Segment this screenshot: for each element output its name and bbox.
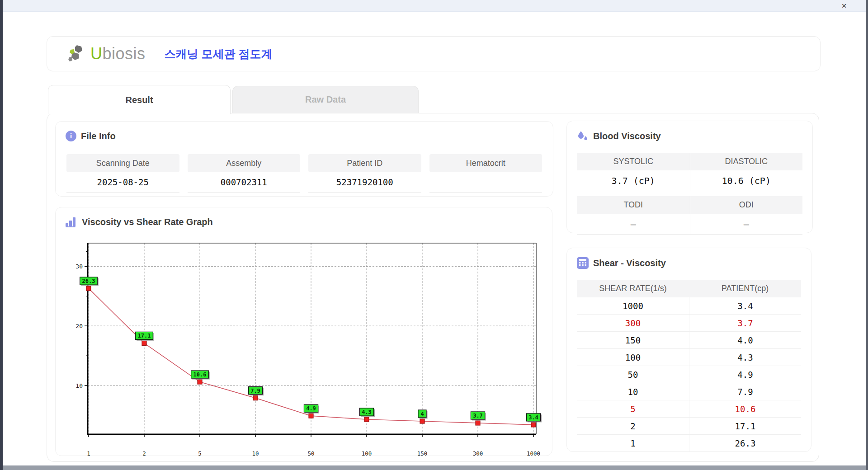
table-row: 300 3.7: [577, 315, 801, 332]
ubiosis-logo: Ubiosis: [67, 43, 146, 64]
patient-cell: 26.3: [689, 435, 801, 451]
field-value: 000702311: [188, 172, 301, 193]
file-info-title: File Info: [81, 131, 116, 141]
svg-text:5: 5: [198, 450, 202, 457]
table-row: 1000 3.4: [577, 297, 801, 315]
field-hematocrit: Hematocrit: [429, 154, 542, 193]
systolic-header: SYSTOLIC: [577, 153, 690, 170]
svg-text:4.9: 4.9: [306, 405, 316, 412]
diastolic-header: DIASTOLIC: [690, 153, 803, 170]
table-row: 100 4.3: [577, 349, 801, 366]
app-title: 스캐닝 모세관 점도계: [165, 47, 273, 61]
field-value: [429, 172, 542, 193]
patient-cell: 7.9: [689, 383, 801, 400]
svg-text:30: 30: [75, 263, 83, 270]
todi-value: –: [577, 214, 690, 235]
shear-cell: 2: [577, 418, 689, 434]
shear-cell: 1: [577, 435, 689, 451]
table-row: 1 26.3: [577, 435, 801, 452]
svg-text:3.4: 3.4: [528, 414, 538, 421]
shear-cell: 150: [577, 332, 689, 348]
shear-cell: 100: [577, 349, 689, 366]
window-titlebar: ×: [0, 0, 868, 12]
window-right-border: [866, 0, 868, 470]
shear-cell: 50: [577, 366, 689, 383]
shear-cell: 1000: [577, 297, 689, 314]
svg-text:50: 50: [307, 450, 314, 457]
field-value: 2025-08-25: [66, 172, 179, 193]
svg-text:4.3: 4.3: [362, 409, 372, 415]
patient-cell: 4.9: [689, 366, 801, 383]
viscosity-shear-plot: 1020301251050100150300100026.317.110.67.…: [56, 235, 553, 456]
app-header: Ubiosis 스캐닝 모세관 점도계: [47, 36, 821, 71]
svg-text:4: 4: [420, 411, 424, 417]
svg-text:2: 2: [142, 450, 146, 457]
shear-cell: 10: [577, 383, 689, 400]
shear-viscosity-title: Shear - Viscosity: [593, 258, 666, 268]
info-icon: i: [66, 131, 76, 141]
patient-cell: 17.1: [689, 418, 801, 434]
calculator-icon: [577, 257, 589, 269]
field-label: Assembly: [188, 154, 301, 172]
field-scanning-date: Scanning Date 2025-08-25: [66, 154, 179, 193]
ubiosis-logo-mark: [67, 43, 88, 64]
shear-rate-column-header: SHEAR RATE(1/s): [577, 280, 689, 297]
svg-text:10: 10: [75, 382, 83, 389]
field-value: 52371920100: [308, 172, 421, 193]
viscosity-graph-card: Viscosity vs Shear Rate Graph 1020301251…: [55, 207, 552, 456]
window-left-border: [0, 0, 3, 470]
field-label: Patient ID: [308, 154, 421, 172]
ubiosis-logo-text: Ubiosis: [90, 44, 146, 63]
svg-text:1: 1: [87, 450, 90, 457]
svg-text:20: 20: [75, 323, 83, 329]
shear-cell: 300: [577, 315, 689, 331]
bar-chart-icon: [66, 216, 77, 227]
field-assembly: Assembly 000702311: [188, 154, 301, 193]
tab-result[interactable]: Result: [48, 85, 231, 114]
tab-raw-data[interactable]: Raw Data: [232, 86, 419, 113]
shear-viscosity-card: Shear - Viscosity SHEAR RATE(1/s) PATIEN…: [566, 248, 811, 452]
file-info-card: i File Info Scanning Date 2025-08-25 Ass…: [55, 121, 553, 197]
table-header-row: SHEAR RATE(1/s) PATIENT(cp): [577, 280, 801, 297]
svg-text:10.6: 10.6: [193, 371, 207, 378]
svg-text:26.3: 26.3: [82, 278, 95, 284]
patient-column-header: PATIENT(cp): [689, 280, 801, 297]
table-row: 50 4.9: [577, 366, 801, 383]
blood-viscosity-title: Blood Viscosity: [593, 131, 661, 141]
table-row: 150 4.0: [577, 332, 801, 349]
table-row: 5 10.6: [577, 400, 801, 418]
svg-text:7.9: 7.9: [250, 388, 260, 394]
graph-title: Viscosity vs Shear Rate Graph: [82, 217, 213, 227]
diastolic-value: 10.6 (cP): [690, 170, 803, 191]
blood-viscosity-card: Blood Viscosity SYSTOLIC DIASTOLIC 3.7 (…: [566, 121, 813, 233]
close-icon[interactable]: ×: [838, 1, 850, 11]
svg-text:300: 300: [473, 450, 483, 457]
table-row: 2 17.1: [577, 418, 801, 435]
table-row: 10 7.9: [577, 383, 801, 400]
blood-viscosity-table: SYSTOLIC DIASTOLIC 3.7 (cP) 10.6 (cP) TO…: [577, 153, 802, 235]
shear-viscosity-table: SHEAR RATE(1/s) PATIENT(cp) 1000 3.4 300…: [577, 280, 801, 452]
todi-header: TODI: [577, 196, 690, 214]
svg-text:100: 100: [362, 450, 372, 457]
shear-cell: 5: [577, 400, 689, 417]
svg-text:150: 150: [417, 450, 428, 457]
patient-cell: 3.4: [689, 297, 801, 314]
window-bottom-border: [0, 465, 868, 470]
svg-text:1000: 1000: [527, 450, 540, 457]
file-info-fields: Scanning Date 2025-08-25 Assembly 000702…: [66, 154, 542, 193]
odi-header: ODI: [690, 196, 803, 214]
field-label: Scanning Date: [66, 154, 179, 172]
field-patient-id: Patient ID 52371920100: [308, 154, 421, 193]
blood-drops-icon: [577, 130, 589, 142]
svg-text:3.7: 3.7: [473, 413, 483, 419]
field-label: Hematocrit: [429, 154, 542, 172]
patient-cell: 4.0: [689, 332, 801, 348]
svg-text:17.1: 17.1: [138, 333, 151, 339]
svg-text:10: 10: [252, 450, 259, 457]
patient-cell: 4.3: [689, 349, 801, 366]
systolic-value: 3.7 (cP): [577, 170, 690, 191]
odi-value: –: [690, 214, 803, 235]
patient-cell: 10.6: [689, 400, 801, 417]
patient-cell: 3.7: [689, 315, 801, 331]
